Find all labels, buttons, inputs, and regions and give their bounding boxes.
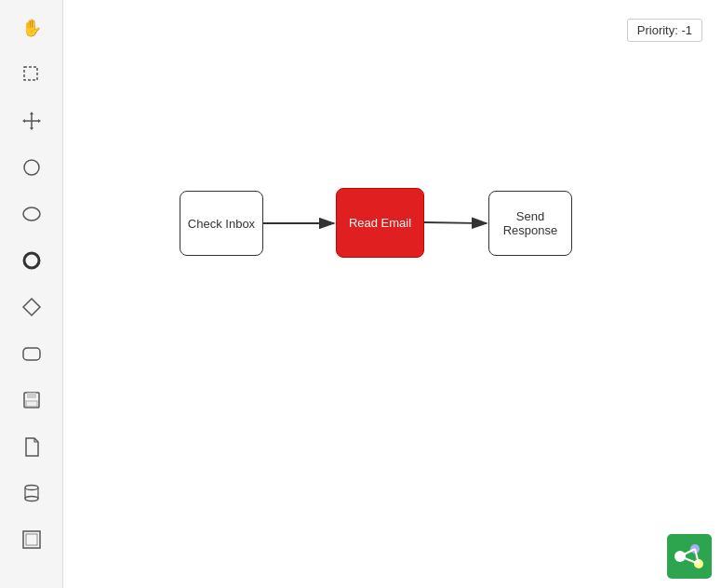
save-icon[interactable] — [11, 380, 52, 421]
node-read-email[interactable]: Read Email — [336, 188, 424, 258]
svg-marker-5 — [22, 119, 25, 123]
svg-point-18 — [25, 497, 38, 501]
svg-rect-11 — [23, 348, 40, 360]
circle-outline-tool[interactable] — [11, 147, 52, 188]
sidebar: ✋ — [0, 0, 63, 588]
svg-point-8 — [23, 207, 40, 220]
move-tool[interactable] — [11, 100, 52, 141]
rounded-rect-tool[interactable] — [11, 333, 52, 374]
svg-rect-14 — [26, 401, 37, 407]
select-tool[interactable] — [11, 54, 52, 95]
node-check-inbox[interactable]: Check Inbox — [180, 191, 263, 256]
svg-marker-4 — [30, 127, 33, 130]
node-check-inbox-label: Check Inbox — [188, 217, 255, 231]
hand-tool[interactable]: ✋ — [11, 7, 52, 48]
svg-line-23 — [424, 222, 487, 223]
node-send-response[interactable]: Send Response — [488, 191, 572, 256]
bold-circle-tool[interactable] — [11, 240, 52, 281]
svg-marker-10 — [23, 299, 40, 315]
logo — [667, 534, 712, 579]
svg-point-15 — [25, 486, 38, 490]
oval-tool[interactable] — [11, 194, 52, 234]
main-canvas: Priority: -1 Check Inbox Read Email — [63, 0, 721, 588]
svg-rect-13 — [27, 393, 36, 398]
svg-rect-20 — [26, 534, 37, 545]
frame-tool[interactable] — [11, 519, 52, 560]
svg-point-9 — [24, 253, 39, 268]
node-send-response-label: Send Response — [489, 209, 571, 237]
svg-rect-0 — [24, 67, 37, 80]
svg-marker-3 — [30, 112, 33, 114]
svg-rect-24 — [667, 534, 712, 579]
doc-tool[interactable] — [11, 426, 52, 467]
svg-marker-6 — [38, 119, 41, 123]
node-read-email-label: Read Email — [349, 216, 411, 230]
diamond-tool[interactable] — [11, 287, 52, 327]
diagram: Check Inbox Read Email Send Response — [63, 0, 721, 588]
cylinder-tool[interactable] — [11, 473, 52, 514]
arrows-svg — [63, 0, 721, 588]
svg-point-7 — [24, 160, 39, 175]
